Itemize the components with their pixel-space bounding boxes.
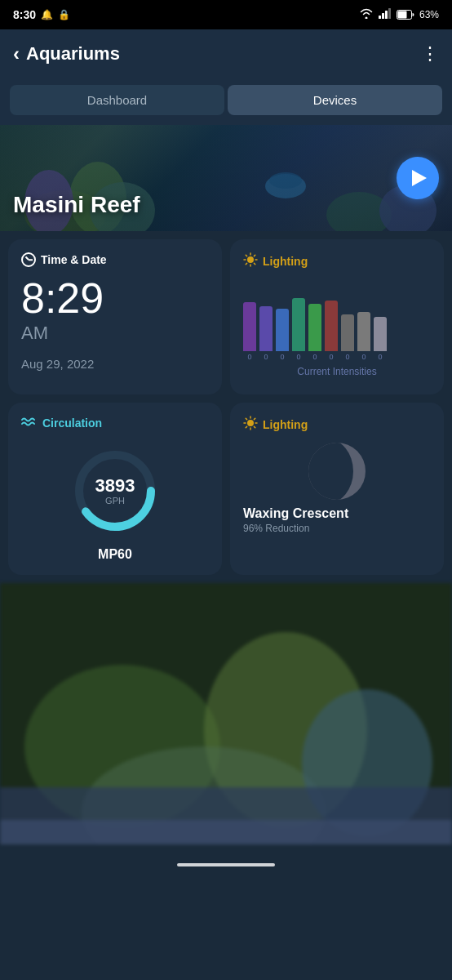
svg-rect-2 [385, 11, 388, 19]
lighting-bar-col: 0 [341, 314, 354, 361]
status-bar: 8:30 🔔 🔒 [0, 0, 452, 29]
circulation-card-header: Circulation [21, 416, 209, 430]
donut-value-display: 3893 GPH [95, 476, 135, 506]
signal-icon [379, 8, 392, 21]
bar-value-label: 0 [280, 353, 284, 361]
time-ampm: AM [21, 323, 209, 344]
lighting-bar-col: 0 [374, 317, 387, 361]
circulation-value: 3893 [95, 476, 135, 496]
dashboard-grid: Time & Date 8:29 AM Aug 29, 2022 [0, 231, 452, 583]
lighting-bar [276, 309, 289, 351]
pump-name: MP60 [98, 547, 132, 562]
lighting-bar-col: 0 [276, 309, 289, 361]
circulation-card[interactable]: Circulation 3893 GPH MP60 [8, 403, 222, 575]
svg-rect-5 [397, 11, 406, 19]
lighting-subtitle: Current Intensities [243, 366, 431, 377]
bar-value-label: 0 [329, 353, 333, 361]
play-icon [412, 170, 427, 186]
donut-chart: 3893 GPH [70, 446, 160, 536]
lighting-bar-col: 0 [357, 312, 370, 361]
svg-rect-42 [0, 820, 452, 844]
moon-shape [308, 443, 366, 500]
bar-value-label: 0 [312, 353, 317, 361]
svg-point-27 [247, 420, 254, 426]
moon-shadow [308, 443, 353, 500]
status-time: 8:30 🔔 🔒 [13, 8, 70, 21]
sun-icon [243, 252, 258, 270]
battery-icon [397, 10, 414, 20]
lighting-bar [374, 317, 387, 351]
lighting-intensities-card[interactable]: Lighting 000000000 Current Intensities [230, 239, 444, 394]
bar-value-label: 0 [361, 353, 366, 361]
current-date: Aug 29, 2022 [21, 357, 209, 371]
svg-line-33 [254, 426, 255, 427]
svg-rect-3 [388, 8, 391, 19]
play-button[interactable] [397, 157, 439, 199]
current-time: 8:29 [21, 277, 209, 319]
moon-card-title: Lighting [263, 418, 308, 431]
notification-icon-1: 🔔 [41, 9, 53, 20]
blurred-background [0, 583, 452, 844]
lighting-bar [308, 304, 321, 351]
tab-devices[interactable]: Devices [228, 85, 442, 115]
lighting-bar-col: 0 [259, 306, 273, 361]
svg-line-21 [246, 255, 246, 256]
lighting-bar-col: 0 [292, 298, 305, 361]
time-card-title: Time & Date [41, 253, 107, 266]
back-button[interactable]: ‹ [13, 42, 20, 65]
lighting-bar [357, 312, 370, 351]
lighting-card-title: Lighting [263, 255, 308, 268]
svg-line-22 [254, 263, 255, 264]
moon-sun-icon [243, 416, 258, 433]
header-title: Aquariums [26, 43, 120, 65]
svg-line-32 [246, 418, 246, 419]
status-indicators: 63% [359, 8, 439, 21]
wave-icon [21, 416, 38, 430]
home-indicator [177, 863, 275, 866]
svg-rect-0 [379, 16, 381, 19]
svg-rect-1 [382, 13, 384, 19]
lighting-bar [341, 314, 354, 351]
bottom-nav-area [0, 844, 452, 885]
circulation-display: 3893 GPH MP60 [21, 439, 209, 562]
moon-card-header: Lighting [243, 416, 431, 433]
moon-display [243, 443, 431, 500]
lighting-bar [292, 298, 305, 351]
svg-point-16 [247, 256, 254, 263]
lighting-bar-col: 0 [325, 301, 338, 361]
moon-lighting-card[interactable]: Lighting Waxing Crescent 96% Reduction [230, 403, 444, 575]
lighting-bar [259, 306, 273, 351]
svg-line-24 [246, 263, 246, 264]
app-header: ‹ Aquariums ⋮ [0, 29, 452, 78]
moon-phase-name: Waxing Crescent [243, 506, 431, 521]
battery-percent: 63% [419, 9, 439, 20]
time-date-card[interactable]: Time & Date 8:29 AM Aug 29, 2022 [8, 239, 222, 394]
time-display: 8:30 [13, 8, 36, 21]
more-options-button[interactable]: ⋮ [421, 43, 439, 65]
hero-banner: Masini Reef [0, 125, 452, 231]
lighting-bar [325, 301, 338, 351]
svg-line-34 [254, 418, 255, 419]
bar-value-label: 0 [378, 353, 382, 361]
lighting-bar-col: 0 [243, 302, 256, 361]
tab-dashboard[interactable]: Dashboard [10, 85, 224, 115]
clock-icon [21, 252, 36, 267]
bar-value-label: 0 [345, 353, 349, 361]
lighting-card-header: Lighting [243, 252, 431, 270]
header-nav[interactable]: ‹ Aquariums [13, 42, 120, 65]
bar-value-label: 0 [296, 353, 300, 361]
moon-reduction: 96% Reduction [243, 523, 431, 534]
notification-icon-2: 🔒 [58, 9, 70, 20]
wifi-icon [359, 8, 374, 21]
lighting-bar-col: 0 [308, 304, 321, 361]
tab-bar: Dashboard Devices [0, 78, 452, 125]
svg-line-35 [246, 426, 246, 427]
bar-value-label: 0 [247, 353, 251, 361]
svg-line-23 [254, 255, 255, 256]
time-card-header: Time & Date [21, 252, 209, 267]
hero-title: Masini Reef [13, 192, 140, 218]
lighting-bars-container: 000000000 [243, 279, 431, 361]
lighting-bar [243, 302, 256, 351]
bar-value-label: 0 [264, 353, 268, 361]
circulation-unit: GPH [95, 496, 135, 506]
